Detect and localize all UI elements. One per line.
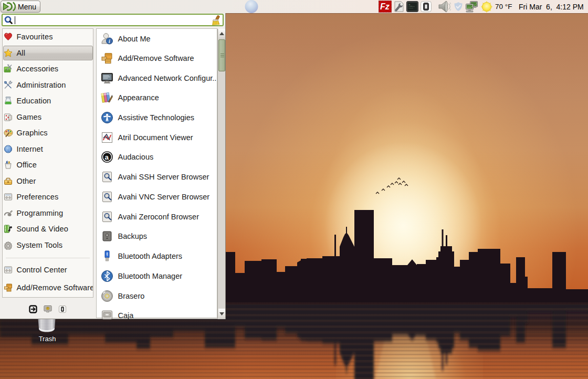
svg-text:a: a [105,153,109,161]
svg-text:i: i [109,38,110,44]
svg-text:Fz: Fz [380,2,390,11]
svg-text:>_: >_ [408,3,413,7]
